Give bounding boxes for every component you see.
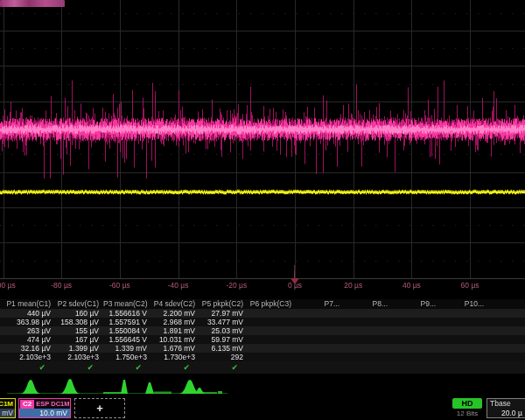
c2-channel-badge: C2 <box>20 400 34 409</box>
time-axis-label: 20 µs <box>344 281 362 290</box>
measurement-row: 474 µV167 µV1.556645 V10.031 mV59.97 mV <box>0 335 525 344</box>
measurement-value: 155 µV <box>55 326 103 335</box>
status-check-icon <box>440 361 488 374</box>
measurement-value <box>440 309 488 318</box>
measurement-value: 1.339 mV <box>103 344 151 353</box>
measurement-value: 474 µV <box>0 335 55 344</box>
c2-descriptor-top: C2 ESP DC1M <box>19 399 70 409</box>
measurement-value <box>296 344 344 353</box>
param-header-4[interactable]: P4 sdev(C2) <box>151 299 200 309</box>
measurement-value <box>296 309 344 318</box>
time-axis-label: -100 µs <box>0 281 16 290</box>
truncated-trace-label <box>0 0 65 7</box>
measurement-value <box>296 353 344 361</box>
measurement-row: 263 µV155 µV1.550084 V1.891 mV25.03 mV <box>0 326 525 335</box>
channel-c2-descriptor[interactable]: C2 ESP DC1M 10.0 mV <box>18 398 71 418</box>
status-check-icon <box>296 361 344 374</box>
timebase-label: Tbase <box>487 399 525 409</box>
measurement-value <box>248 335 296 344</box>
status-check-icon: ✔ <box>103 361 151 374</box>
measurement-value <box>392 344 440 353</box>
measurement-value: 1.730e+3 <box>151 353 200 361</box>
param-header-5[interactable]: P5 pkpk(C2) <box>200 299 248 309</box>
time-axis-label: 60 µs <box>461 281 480 290</box>
measurement-row: 2.103e+32.103e+31.750e+31.730e+3292 <box>0 353 525 361</box>
param-header-7[interactable]: P7... <box>296 299 344 309</box>
measurement-value: 1.750e+3 <box>103 353 151 361</box>
param-header-1[interactable]: P1 mean(C1) <box>0 299 55 309</box>
status-check-icon <box>248 361 296 374</box>
measurement-value <box>440 335 488 344</box>
measurement-value: 32.16 µV <box>0 344 55 353</box>
c1-coupling-badge: C1M <box>0 399 15 409</box>
measurement-value: 6.135 mV <box>200 344 248 353</box>
time-axis-label: -60 µs <box>109 281 130 290</box>
time-axis-label: 40 µs <box>402 281 421 290</box>
timebase-value: 20.0 µ <box>487 409 525 417</box>
measurement-value: 25.03 mV <box>200 326 248 335</box>
status-check-icon: ✔ <box>0 361 55 374</box>
measurement-value: 2.200 mV <box>151 309 200 318</box>
measurement-value: 160 µV <box>55 309 103 318</box>
measurement-value: 1.556645 V <box>103 335 151 344</box>
measurement-value <box>344 318 392 326</box>
time-axis: -100 µs-80 µs-60 µs-40 µs-20 µs0 µs20 µs… <box>0 281 525 292</box>
measurement-value <box>248 344 296 353</box>
measurement-value: 10.031 mV <box>151 335 200 344</box>
param-header-8[interactable]: P8... <box>344 299 392 309</box>
measurement-value: 1.550084 V <box>103 326 151 335</box>
measurement-value <box>296 318 344 326</box>
time-axis-label: -80 µs <box>51 281 72 290</box>
param-header-9[interactable]: P9... <box>392 299 440 309</box>
oscilloscope-screen: { "colors": { "background": "#000000", "… <box>0 0 525 420</box>
param-header-3[interactable]: P3 mean(C2) <box>103 299 151 309</box>
measurement-value <box>440 318 488 326</box>
measurement-value <box>440 353 488 361</box>
channel-c1-descriptor[interactable]: C1M 0 mV <box>0 398 16 418</box>
param-header-2[interactable]: P2 sdev(C1) <box>55 299 103 309</box>
param-header-10[interactable]: P10... <box>440 299 488 309</box>
c2-esp-badge: ESP <box>36 400 49 409</box>
measurement-value: 1.399 µV <box>55 344 103 353</box>
trigger-stem <box>294 265 295 278</box>
trigger-marker-icon[interactable] <box>290 278 299 284</box>
measurement-value <box>440 344 488 353</box>
measurement-value <box>296 335 344 344</box>
c2-coupling-badge: DC1M <box>51 400 69 409</box>
time-axis-label: -40 µs <box>168 281 189 290</box>
time-axis-label: -20 µs <box>226 281 247 290</box>
measurement-value: 1.891 mV <box>151 326 200 335</box>
measurement-value <box>392 326 440 335</box>
measurement-row: 363.98 µV158.308 µV1.557591 V2.968 mV33.… <box>0 318 525 326</box>
measurement-value: 363.98 µV <box>0 318 55 326</box>
measurement-value: 1.556616 V <box>103 309 151 318</box>
status-check-icon: ✔ <box>55 361 103 374</box>
crosshair-icon: + <box>96 402 103 414</box>
status-check-icon <box>344 361 392 374</box>
measurement-value <box>248 326 296 335</box>
measurement-value <box>248 353 296 361</box>
measurement-value: 167 µV <box>55 335 103 344</box>
measurement-value: 440 µV <box>0 309 55 318</box>
measurement-value <box>392 309 440 318</box>
measurement-value: 59.97 mV <box>200 335 248 344</box>
c1-scale-value: 0 mV <box>0 409 15 417</box>
measurement-value: 158.308 µV <box>55 318 103 326</box>
measurement-value <box>344 344 392 353</box>
param-header-6[interactable]: P6 pkpk(C3) <box>248 299 296 309</box>
measurement-value <box>344 326 392 335</box>
cursor-readout-box[interactable]: + <box>74 398 125 418</box>
measurement-value: 292 <box>200 353 248 361</box>
measurement-value <box>440 326 488 335</box>
status-row: ✔✔✔✔✔ <box>0 361 525 374</box>
bit-resolution-label: 12 Bits <box>449 410 486 417</box>
measurement-table: P1 mean(C1)P2 sdev(C1)P3 mean(C2)P4 sdev… <box>0 299 525 374</box>
timebase-descriptor[interactable]: Tbase 20.0 µ <box>486 398 525 418</box>
measurement-value: 2.968 mV <box>151 318 200 326</box>
status-check-icon: ✔ <box>151 361 200 374</box>
measurement-value <box>392 318 440 326</box>
status-check-icon <box>392 361 440 374</box>
measurement-value: 263 µV <box>0 326 55 335</box>
measurement-value <box>296 326 344 335</box>
measurement-value <box>392 335 440 344</box>
